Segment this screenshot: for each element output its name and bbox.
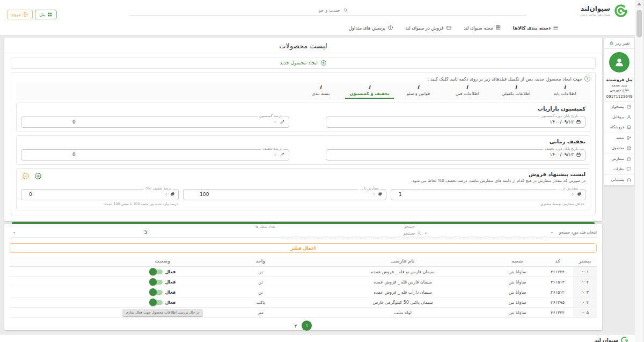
commission-end-date-field[interactable]: تاریخ پایان دوره کمیسیون ۱۴۰۰/۰۹/۱۳ xyxy=(326,117,586,128)
product-icon xyxy=(626,145,632,151)
product-name: سیمان داراب فله _ فروش عمده xyxy=(313,287,493,297)
col-header-2: شعبه xyxy=(493,256,542,267)
hash-icon: # xyxy=(577,192,581,197)
faq-icon xyxy=(387,25,393,31)
tab-1[interactable]: iاطلاعات تکمیلی xyxy=(492,83,540,99)
row-expander[interactable]: ۲ xyxy=(573,277,597,287)
rows-per-page-select[interactable]: تعداد سطر ها 5 xyxy=(11,227,281,237)
vertical-scrollbar[interactable] xyxy=(635,0,644,342)
scroll-up-arrow[interactable] xyxy=(635,0,643,8)
sidebar-item-1[interactable]: پروفایل xyxy=(604,112,634,122)
tab-0[interactable]: iاطلاعات پایه xyxy=(540,83,589,99)
nav-item-2[interactable]: فروش در سیوان لند xyxy=(405,25,452,31)
spinner-icon[interactable] xyxy=(372,192,376,197)
status-toggle[interactable] xyxy=(150,300,163,305)
panel-button[interactable]: پنل xyxy=(35,10,57,19)
status-toggle[interactable] xyxy=(150,290,163,295)
sidebar-item-4[interactable]: محصول xyxy=(604,143,634,154)
col-header-empty xyxy=(10,256,117,267)
product-row: ۴۴۶۱۳۹۵ساوانا بتنسیمان پاکتی 50 کیلوگرمی… xyxy=(10,297,597,308)
tab-3[interactable]: iقوانین و سئو xyxy=(394,83,443,99)
sivanland-logo-icon xyxy=(613,3,628,18)
row-expander[interactable]: ۳ xyxy=(573,287,597,297)
brand-tagline: سیوان هنر ساخت و ساز xyxy=(580,13,610,16)
product-status: فعال xyxy=(117,277,208,287)
apply-filter-button[interactable]: اعمال فیلتر xyxy=(10,243,597,253)
col-header-0: بیشتر xyxy=(573,256,597,267)
spinner-icon[interactable] xyxy=(273,120,277,124)
order-to-field[interactable]: سفارش تا ... # 100 xyxy=(183,189,386,200)
nav-item-0[interactable]: دسته بندی کالاها xyxy=(513,25,559,31)
row-expander[interactable]: ۱ xyxy=(573,267,597,277)
row-expander[interactable]: ۵ xyxy=(573,308,597,318)
hash-icon: # xyxy=(171,192,175,197)
product-name: لوله تست xyxy=(313,308,493,318)
sidebar-item-6[interactable]: نظرات xyxy=(604,164,634,175)
seller-sidebar: تغییر رمز پنل فروشنده سید محمد فتاح جهرم… xyxy=(604,38,635,186)
page-footer: سیوان لند xyxy=(0,334,635,342)
user-name: سید محمد فتاح جهرمی xyxy=(604,83,634,93)
col-header-1: کد xyxy=(542,256,573,267)
offer-discount-percent-field[interactable]: درصد تخفیف (%) # 0 xyxy=(21,189,179,200)
tab-5[interactable]: iبسته بندی xyxy=(296,83,345,99)
scrollbar-thumb[interactable] xyxy=(636,10,642,38)
spinner-icon[interactable] xyxy=(273,152,277,157)
product-unit: تن xyxy=(208,267,313,277)
logout-button[interactable]: خروج xyxy=(7,10,33,19)
product-row: ۲۴۶۱۵۱۳ساوانا بتنسیمان فارس فله _ فروش ع… xyxy=(10,277,597,287)
sidebar-item-0[interactable]: پیشخوان xyxy=(604,102,634,112)
header-search-input[interactable] xyxy=(306,8,341,13)
nav-item-3[interactable]: پرسش های متداول xyxy=(349,25,393,31)
sidebar-item-7[interactable]: پشتیبانی xyxy=(604,175,634,185)
order-icon xyxy=(626,156,632,162)
avatar[interactable] xyxy=(609,52,630,72)
remove-offer-row-icon[interactable] xyxy=(22,172,30,180)
create-product-button[interactable]: ایجاد محصول جدید xyxy=(11,57,596,69)
pencil-icon xyxy=(280,152,285,157)
status-toggle[interactable] xyxy=(150,280,163,285)
nav-item-1[interactable]: مجله سیوان لند xyxy=(464,25,501,31)
footer-logo: سیوان لند xyxy=(595,336,628,342)
product-name: سیمان پاکتی 50 کیلوگرمی فارس xyxy=(313,297,493,308)
product-name: سیمان فارس نو فله _ فروش عمده xyxy=(313,267,493,277)
product-status: فعال xyxy=(117,287,208,297)
product-unit: پاکت xyxy=(208,297,313,308)
comments-icon xyxy=(626,166,632,172)
row-expander[interactable]: ۴ xyxy=(573,297,597,308)
sidebar-item-5[interactable]: سفارش xyxy=(604,154,634,164)
chevron-icon xyxy=(581,270,586,274)
spinner-icon[interactable] xyxy=(164,192,169,197)
brand-logo[interactable]: سیوان‌لند سیوان هنر ساخت و ساز xyxy=(580,3,628,18)
offers-subtitle: در صورتی که مقدار سفارش در هیچ کدام از د… xyxy=(411,178,586,183)
order-from-field[interactable]: سفارش از ... # 1 xyxy=(391,189,586,200)
discount-end-date-field[interactable]: تاریخ پایان دوره تخفیف ۱۴۰۰/۰۹/۱۳ xyxy=(326,149,586,161)
product-branch: ساوانا بتن xyxy=(493,308,542,318)
sivanland-logo-icon xyxy=(620,336,628,342)
product-code: ۴۶۱۳۹۵ xyxy=(542,297,573,308)
commission-title: کمیسیون بازاریاب xyxy=(21,106,586,112)
products-table: بیشترکدشعبهنام فارسیواحدوضعیت ۱۴۶۱۷۲۴ساو… xyxy=(10,256,597,318)
profile-icon xyxy=(626,114,632,120)
info-icon: i xyxy=(443,85,492,90)
tab-2[interactable]: iاطلاعات فنی xyxy=(443,83,492,99)
sidebar-item-2[interactable]: فروشگاه xyxy=(604,122,634,133)
spinner-icon[interactable] xyxy=(570,192,575,197)
discount-percent-field[interactable]: درصد تخفیف 0 xyxy=(21,149,289,161)
info-icon: i xyxy=(540,85,589,90)
add-offer-row-icon[interactable] xyxy=(34,172,42,180)
list-search[interactable]: جستجو xyxy=(273,227,546,237)
change-password-button[interactable]: تغییر رمز xyxy=(604,38,634,49)
commission-percent-field[interactable]: درصد کمیسیون 0 xyxy=(21,117,289,128)
info-icon: i xyxy=(296,85,345,90)
search-field-select[interactable]: انتخاب فیلد مورد جستجو xyxy=(550,228,597,237)
page-button-۱[interactable]: ۱ xyxy=(302,321,312,331)
header-search[interactable] xyxy=(129,5,526,16)
status-toggle[interactable] xyxy=(150,270,163,274)
product-code: ۴۶۱۷۲۴ xyxy=(542,267,573,277)
offers-title: لیست پیشنهاد فروش xyxy=(411,171,586,177)
sidebar-item-3[interactable]: شعبه xyxy=(604,133,634,143)
tab-4[interactable]: iتخفیف و کمیسیون xyxy=(345,83,394,99)
list-search-input[interactable] xyxy=(391,231,415,236)
sales-offer-section: لیست پیشنهاد فروش در صورتی که مقدار سفار… xyxy=(16,168,590,210)
page-button-۲[interactable]: ۲ xyxy=(295,323,297,329)
